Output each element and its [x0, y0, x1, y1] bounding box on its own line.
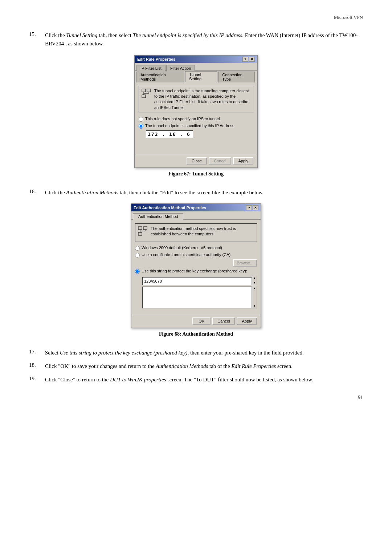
auth-dialog-titlebar: Edit Authentication Method Properties ? … [131, 204, 261, 211]
ip-address-input[interactable] [146, 130, 193, 138]
step-19-text: Click "Close" to return to the DUT to Wi… [45, 376, 363, 384]
step-16-number: 16. [29, 189, 45, 197]
radio-specify-ip: The tunnel endpoint is specified by this… [139, 123, 253, 129]
auth-dialog-footer: OK Cancel Apply [131, 315, 261, 328]
network-icon [141, 88, 151, 111]
page-number: 91 [29, 395, 363, 401]
radio-no-tunnel-input[interactable] [139, 117, 143, 122]
auth-info-text: The authentication method specifies how … [151, 226, 254, 239]
step-16-text: Click the Authentication Methods tab, th… [45, 189, 363, 197]
tab-auth-methods[interactable]: Authentication Methods [136, 72, 184, 82]
step-18: 18. Click "OK" to save your changes and … [29, 362, 363, 370]
svg-rect-2 [142, 95, 146, 98]
figure-68-container: Edit Authentication Method Properties ? … [29, 203, 363, 339]
svg-rect-9 [138, 232, 142, 235]
dialog-tabs: IP Filter List Filter Action [135, 63, 257, 71]
step-18-text: Click "OK" to save your changes and retu… [45, 362, 363, 370]
radio-preshared-label: Use this string to protect the key excha… [142, 269, 247, 273]
dialog-titlebar: Edit Rule Properties ? ✕ [135, 56, 257, 63]
close-dialog-button[interactable]: Close [187, 157, 207, 165]
scroll-up-icon-2[interactable]: ▲ [253, 287, 256, 290]
help-button[interactable]: ? [242, 57, 248, 62]
radio-group: This rule does not specify an IPSec tunn… [139, 117, 253, 138]
dialog-tabs-row2: Authentication Methods Tunnel Setting Co… [135, 71, 257, 82]
radio-preshared: Use this string to protect the key excha… [135, 269, 257, 274]
auth-close-button[interactable]: ✕ [253, 205, 258, 210]
auth-help-button[interactable]: ? [246, 205, 252, 210]
svg-rect-0 [142, 89, 146, 92]
svg-rect-1 [147, 89, 151, 92]
steps-17-19: 17. Select Use this string to protect th… [29, 349, 363, 384]
auth-method-dialog: Edit Authentication Method Properties ? … [131, 203, 261, 328]
info-box: The tunnel endpoint is the tunneling com… [139, 86, 253, 113]
step-15: 15. Click the Tunnel Setting tab, then s… [29, 31, 363, 178]
step-19-number: 19. [29, 376, 45, 384]
auth-dialog-content: The authentication method specifies how … [131, 220, 261, 315]
auth-radio-group: Windows 2000 default (Kerberos V5 protoc… [135, 246, 257, 308]
page-header: Microsoft VPN [29, 15, 363, 20]
radio-certificate-label: Use a certificate from this certificate … [142, 252, 232, 257]
dialog-title: Edit Rule Properties [137, 57, 175, 61]
step-17-number: 17. [29, 349, 45, 357]
auth-cancel-button[interactable]: Cancel [212, 317, 235, 325]
scroll-down-icon-2[interactable]: ▼ [253, 304, 256, 308]
tab-connection-type[interactable]: Connection Type [218, 72, 255, 82]
step-18-number: 18. [29, 362, 45, 370]
titlebar-buttons: ? ✕ [242, 57, 255, 62]
preshared-textarea[interactable] [142, 287, 252, 308]
auth-apply-button[interactable]: Apply [237, 317, 257, 325]
figure-68-caption: Figure 68: Authentication Method [159, 331, 233, 337]
preshared-key-input[interactable] [142, 277, 252, 285]
scroll-down-icon[interactable]: ▼ [253, 281, 256, 284]
step-16: 16. Click the Authentication Methods tab… [29, 189, 363, 339]
radio-kerberos: Windows 2000 default (Kerberos V5 protoc… [135, 246, 257, 251]
step-15-number: 15. [29, 31, 45, 48]
step-15-text: Click the Tunnel Setting tab, then selec… [45, 31, 363, 48]
browse-button[interactable]: Browse... [233, 259, 257, 267]
figure-67-caption: Figure 67: Tunnel Setting [168, 171, 224, 177]
scroll-up-icon[interactable]: ▲ [253, 276, 256, 280]
dialog-content: The tunnel endpoint is the tunneling com… [135, 82, 257, 155]
cancel-dialog-button[interactable]: Cancel [209, 157, 231, 165]
radio-certificate-input[interactable] [135, 253, 140, 258]
tab-ip-filter-list[interactable]: IP Filter List [136, 65, 166, 71]
step-17: 17. Select Use this string to protect th… [29, 349, 363, 357]
info-text: The tunnel endpoint is the tunneling com… [154, 88, 251, 111]
step-17-text: Select Use this string to protect the ke… [45, 349, 363, 357]
radio-no-tunnel: This rule does not specify an IPSec tunn… [139, 117, 253, 122]
radio-preshared-input[interactable] [135, 269, 140, 274]
tab-auth-method[interactable]: Authentication Method [133, 213, 183, 220]
auth-info-box: The authentication method specifies how … [135, 223, 257, 242]
radio-specify-ip-input[interactable] [139, 124, 143, 129]
auth-titlebar-buttons: ? ✕ [246, 205, 258, 210]
auth-network-icon [138, 226, 148, 239]
figure-67-container: Edit Rule Properties ? ✕ IP Filter List … [29, 55, 363, 178]
radio-kerberos-input[interactable] [135, 246, 140, 251]
radio-certificate: Use a certificate from this certificate … [135, 252, 257, 258]
apply-dialog-button[interactable]: Apply [233, 157, 253, 165]
svg-rect-7 [138, 227, 142, 230]
tab-filter-action[interactable]: Filter Action [166, 65, 195, 71]
auth-dialog-title: Edit Authentication Method Properties [134, 206, 206, 210]
edit-rule-properties-dialog: Edit Rule Properties ? ✕ IP Filter List … [134, 55, 258, 168]
step-19: 19. Click "Close" to return to the DUT t… [29, 376, 363, 384]
ok-button[interactable]: OK [192, 317, 211, 325]
radio-no-tunnel-label: This rule does not specify an IPSec tunn… [145, 117, 221, 121]
radio-specify-ip-label: The tunnel endpoint is specified by this… [145, 123, 236, 128]
tab-tunnel-setting[interactable]: Tunnel Setting [185, 71, 217, 82]
dialog-footer: Close Cancel Apply [135, 155, 257, 167]
radio-kerberos-label: Windows 2000 default (Kerberos V5 protoc… [142, 246, 222, 250]
svg-rect-8 [143, 227, 147, 230]
close-button[interactable]: ✕ [249, 57, 255, 62]
header-title: Microsoft VPN [334, 15, 363, 20]
auth-tabs: Authentication Method [131, 211, 261, 220]
